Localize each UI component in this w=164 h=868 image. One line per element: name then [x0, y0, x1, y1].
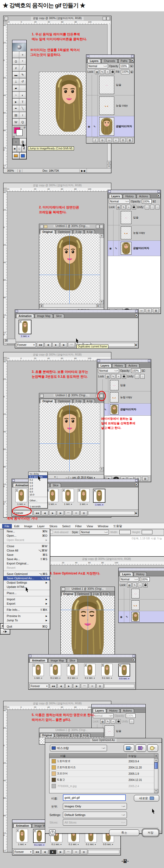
lock-image-icon[interactable]: ✎ [106, 719, 110, 724]
tab-slice[interactable]: Slice [67, 658, 78, 662]
palette-menu-icon[interactable]: ▶ [132, 658, 135, 661]
loop-select[interactable]: Forever▼ [13, 849, 33, 854]
scroll-thumb[interactable] [154, 762, 158, 769]
link-paint-column[interactable] [92, 95, 97, 116]
layer-thumbnail[interactable] [105, 725, 114, 737]
layer-thumbnail[interactable] [110, 380, 119, 390]
collapse-box-icon[interactable] [107, 17, 110, 20]
first-frame-icon[interactable]: ◀◀ [50, 684, 57, 688]
new-folder-button[interactable]: 새로운 [134, 795, 159, 801]
eraser-tool[interactable]: ▰ [12, 85, 19, 92]
tab-slice[interactable]: Slice [50, 483, 61, 487]
tab-2up[interactable]: 2-Up [73, 399, 84, 403]
layer-thumbnail[interactable] [121, 226, 131, 239]
photoshop-logo-icon[interactable] [12, 43, 26, 51]
lasso-tool[interactable]: Ω [12, 58, 19, 65]
palette-titlebar[interactable] [15, 310, 138, 313]
link-paint-column[interactable]: ✎ [124, 611, 130, 622]
layer-name[interactable]: 금발머리여자 [120, 408, 136, 411]
delete-layer-icon[interactable]: ▥ [127, 138, 132, 142]
delete-layer-icon[interactable]: ▥ [142, 476, 148, 481]
line-tool[interactable]: ╲ [19, 105, 26, 112]
file-menu-item[interactable]: Open... ⌘O ▶ [3, 533, 50, 538]
tab-optimized[interactable]: Optimized [56, 399, 73, 403]
palette-titlebar[interactable] [108, 190, 161, 193]
slice-tool[interactable]: ╱ [19, 65, 26, 71]
visibility-toggle[interactable] [119, 599, 124, 611]
link-paint-column[interactable]: ✎ [114, 241, 119, 256]
anti-aliased-checkbox[interactable] [50, 530, 53, 534]
animation-frame[interactable]: 6 0.5 sec. [116, 664, 133, 681]
layer-row[interactable]: 입술 [97, 379, 151, 392]
file-menu-item[interactable]: Open Recent ▶ [3, 538, 50, 542]
delay-menu-item[interactable]: 2.0 [29, 487, 47, 490]
delay-menu-item[interactable]: 1.0 [29, 484, 47, 487]
delete-layer-icon[interactable]: ▥ [153, 308, 159, 313]
layer-name[interactable]: 눈썹 copy [116, 104, 128, 107]
fill-arrow-icon[interactable]: ▶ [131, 71, 133, 73]
stop-icon[interactable]: ■ [49, 849, 56, 854]
healing-brush-tool[interactable]: ▬ [12, 71, 19, 78]
layer-mask-icon[interactable]: ◎ [99, 138, 105, 142]
next-frame-icon[interactable]: |▶ [57, 849, 64, 854]
tab-layers[interactable]: Layers [93, 708, 106, 712]
horizontal-scrollbar[interactable]: ◀▶ [39, 304, 100, 308]
fill-value[interactable]: 100% [121, 70, 130, 74]
tab-2up[interactable]: 2-Up [73, 230, 84, 234]
lock-image-icon[interactable]: ✎ [100, 69, 104, 74]
loop-select[interactable]: Forever▼ [16, 342, 36, 347]
menu-bar-item[interactable]: Window [95, 524, 111, 528]
lock-image-icon[interactable]: ✎ [132, 583, 137, 587]
tab-history[interactable]: History [107, 708, 120, 712]
lock-position-icon[interactable]: + [127, 205, 131, 210]
file-menu-item[interactable]: ▶ [3, 612, 50, 614]
loop-select[interactable]: Forever▼ [30, 684, 49, 688]
visibility-toggle[interactable]: ◉ [108, 241, 114, 256]
animation-frame[interactable]: 5 1 sec. [76, 489, 91, 508]
format-select[interactable]: Images Only▲▼ [63, 803, 127, 809]
file-menu-item[interactable]: Save Optimized ⌥⌘S ▶ [3, 572, 50, 576]
dodge-tool[interactable]: ◐ [19, 92, 26, 98]
jump-to-imageready-icon[interactable] [19, 152, 26, 159]
zoom-level[interactable]: 300% [3, 169, 18, 172]
delay-menu-item[interactable]: 0.5 [29, 481, 47, 484]
status-arrows-icon[interactable]: ▶◀ [79, 169, 87, 172]
frame-delay-select[interactable]: 1 sec. [48, 503, 56, 505]
layer-thumbnail[interactable] [121, 242, 131, 255]
tab-original[interactable]: Original [40, 399, 55, 403]
eyedropper-tool[interactable]: ≀ [19, 112, 26, 119]
blend-mode-select[interactable]: Normal▲▼ [120, 577, 139, 582]
palette-drag-bar[interactable] [12, 40, 26, 43]
menu-bar-item[interactable]: File [2, 524, 12, 528]
tab-imagemap[interactable]: Image Map [48, 658, 67, 662]
link-paint-column[interactable] [92, 75, 97, 95]
sort-order-icon[interactable]: ≛ [154, 754, 158, 758]
tab-slice[interactable]: Slice [53, 314, 64, 318]
delay-menu-item[interactable]: 5.0 [29, 490, 47, 493]
opacity-value[interactable]: 100% [140, 577, 150, 582]
tab-4up[interactable]: 4-Up [84, 230, 95, 234]
animation-frame[interactable]: 6 1 sec. [91, 489, 107, 508]
tab-optimized[interactable]: Optimized [54, 733, 71, 737]
duplicate-frame-icon[interactable]: ⊡ [73, 849, 80, 854]
fullscreen-menubar-button[interactable]: ▢ [17, 145, 22, 152]
opacity-value[interactable]: 100% [142, 199, 152, 204]
magic-wand-tool[interactable]: * [19, 58, 26, 65]
layer-name[interactable]: 입술 [133, 216, 138, 219]
tab-2up[interactable]: 2-Up [71, 733, 81, 737]
link-paint-column[interactable] [124, 599, 130, 611]
swap-colors-icon[interactable]: ↺ [24, 126, 26, 129]
frame-delay-select[interactable]: 0.1 sec. [102, 677, 112, 679]
hand-tool[interactable]: W [12, 119, 19, 125]
menu-bar-item[interactable]: Filter [73, 524, 84, 528]
window-titlebar[interactable]: 금발 copy @ 300% (금발머리여자, RGB) [3, 16, 111, 21]
first-frame-icon[interactable]: ◀◀ [34, 510, 41, 516]
save-button[interactable]: 저장 [142, 829, 159, 836]
file-menu-item[interactable]: Export ▶ [3, 601, 50, 606]
link-paint-column[interactable] [114, 225, 119, 241]
new-layer-icon[interactable]: ⊡ [120, 138, 126, 142]
delay-menu-item[interactable]: 1 seconds [29, 505, 47, 508]
opacity-arrow-icon[interactable]: ▶ [153, 200, 156, 203]
file-menu-item[interactable]: Save As... ⇧⌘S ▶ [3, 557, 50, 561]
palette-menu-icon[interactable]: ▶ [157, 194, 161, 197]
